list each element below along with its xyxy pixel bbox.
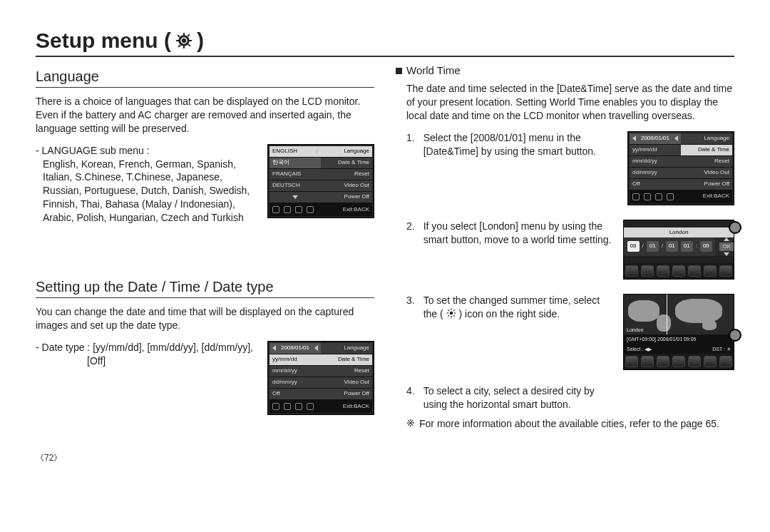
lcd-language-screenshot: ENGLISH 한국어 FRANÇAIS DEUTSCH Language Da… [267,144,374,218]
chevron-down-icon [292,195,298,199]
right-column: World Time The date and time selected in… [396,64,734,431]
reference-mark-icon: ※ [406,417,415,431]
step-2-text: If you select [London] menu by using the… [423,220,615,280]
world-time-heading: World Time [406,64,461,76]
step-3-text: To set the changed summer time, select t… [423,294,615,370]
lcd-worldtime-menu-screenshot: 2008/01/01 yy/mm/dd mm/dd/yy dd/mm/yy Of… [627,131,734,205]
step-1-row: 1. Select the [2008/01/01] menu in the [… [406,131,734,205]
svg-rect-6 [188,44,190,46]
square-bullet-icon [396,68,402,74]
datetype-line: - Date type : [yy/mm/dd], [mm/dd/yy], [d… [36,341,257,354]
page-title-row: Setup menu ( ) [36,29,734,57]
svg-line-15 [448,310,449,312]
note-row: ※ For more information about the availab… [396,417,734,431]
datetype-off: [Off] [36,354,257,368]
step-4-row: 4. To select a city, select a desired ci… [406,384,734,411]
svg-point-0 [182,39,186,43]
note-text: For more information about the available… [419,417,719,431]
svg-rect-5 [177,34,180,37]
step-4-text: To select a city, select a desired city … [423,384,615,411]
dial-knob-icon [729,329,741,342]
language-paragraph: There is a choice of languages that can … [36,95,374,135]
chevron-down-icon [724,252,729,256]
gear-icon [175,32,192,49]
svg-line-16 [453,315,455,317]
step-3-row: 3. To set the changed summer time, selec… [406,294,734,370]
page-title: Setup menu ( [36,29,171,53]
lcd-city-bar: London [624,227,734,237]
sun-icon [446,308,456,322]
dial-knob-icon [729,221,741,234]
svg-rect-8 [178,44,180,47]
left-column: Language There is a choice of languages … [36,64,374,431]
svg-point-10 [449,312,453,315]
step-1-text: Select the [2008/01/01] menu in the [Dat… [423,131,619,205]
language-submenu-block: - LANGUAGE sub menu : English, Korean, F… [36,144,257,225]
language-submenu-list: English, Korean, French, German, Spanish… [36,158,257,225]
datetime-paragraph: You can change the date and time that wi… [36,305,374,332]
chevron-up-icon [724,237,729,241]
datetime-heading: Setting up the Date / Time / Date type [36,279,374,298]
svg-line-18 [448,315,449,317]
world-time-heading-row: World Time [396,64,734,76]
world-time-paragraph: The date and time selected in the [Date&… [396,82,734,123]
language-submenu-label: - LANGUAGE sub menu : [36,144,257,158]
page-number: 《72》 [36,452,734,464]
lcd-datetype-screenshot: 2008/01/01 yy/mm/dd mm/dd/yy dd/mm/yy Of… [267,341,374,415]
svg-line-17 [453,310,455,312]
svg-rect-7 [187,34,190,36]
language-heading: Language [36,68,374,88]
datetype-block: - Date type : [yy/mm/dd], [mm/dd/yy], [d… [36,341,257,368]
lcd-london-screenshot: London 08/01/0101:00 OK [623,220,734,280]
page-title-close: ) [197,29,204,53]
lcd-worldmap-screenshot: London [GMT+09:00] 2008/01/01 09:05 Sele… [623,294,734,370]
step-2-row: 2. If you select [London] menu by using … [406,220,734,280]
